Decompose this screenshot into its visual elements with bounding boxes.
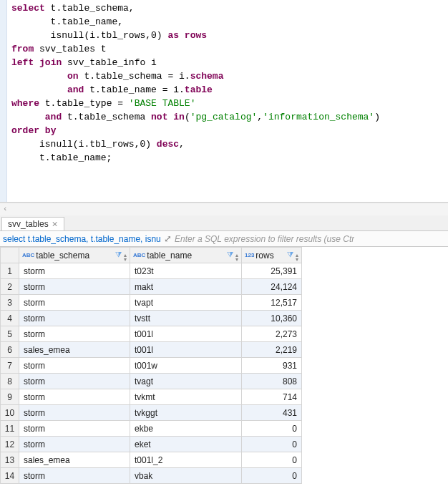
cell-table-name[interactable]: ekbe	[130, 421, 242, 437]
cell-table-schema[interactable]: storm	[19, 421, 130, 437]
table-row[interactable]: 11stormekbe0	[1, 421, 302, 437]
sort-icon[interactable]: ▴▾	[296, 253, 298, 261]
cell-table-name[interactable]: eket	[130, 437, 242, 452]
results-grid: ABC table_schema ⧩ ▴▾ ABC table_name	[0, 247, 302, 484]
cell-table-schema[interactable]: storm	[19, 311, 130, 326]
table-row[interactable]: 8stormtvagt808	[1, 374, 302, 389]
cell-table-name[interactable]: t001w	[130, 358, 242, 374]
cell-table-schema[interactable]: storm	[19, 437, 130, 452]
cell-rows[interactable]: 10,360	[242, 311, 302, 326]
funnel-icon[interactable]: ⧩	[115, 250, 122, 258]
funnel-icon[interactable]: ⧩	[287, 250, 293, 258]
cell-table-name[interactable]: makt	[130, 279, 242, 295]
cell-rows[interactable]: 2,273	[242, 326, 302, 342]
cell-table-schema[interactable]: storm	[19, 279, 130, 295]
row-number-cell[interactable]: 14	[1, 468, 19, 484]
funnel-icon[interactable]: ⧩	[227, 250, 233, 258]
cell-table-name[interactable]: t001l_2	[130, 452, 242, 468]
row-number-cell[interactable]: 1	[1, 263, 19, 279]
cell-rows[interactable]: 24,124	[242, 279, 302, 295]
row-number-cell[interactable]: 12	[1, 437, 19, 452]
table-row[interactable]: 14stormvbak0	[1, 468, 302, 484]
table-row[interactable]: 6sales_emeat001l2,219	[1, 342, 302, 358]
cell-rows[interactable]: 2,219	[242, 342, 302, 358]
filter-sql-preview[interactable]: select t.table_schema, t.table_name, isn…	[0, 234, 161, 244]
type-badge-text-icon: ABC	[22, 253, 34, 258]
column-header-table-name[interactable]: ABC table_name ⧩ ▴▾	[130, 248, 242, 263]
column-header-table-schema[interactable]: ABC table_schema ⧩ ▴▾	[19, 248, 130, 263]
results-tab[interactable]: svv_tables ⨯	[1, 217, 64, 230]
table-row[interactable]: 10stormtvkggt431	[1, 405, 302, 421]
cell-rows[interactable]: 0	[242, 452, 302, 468]
row-number-cell[interactable]: 2	[1, 279, 19, 295]
cell-table-name[interactable]: vbak	[130, 468, 242, 484]
editor-gutter	[0, 0, 7, 202]
table-row[interactable]: 1stormt023t25,391	[1, 263, 302, 279]
column-label: table_schema	[36, 251, 89, 261]
cell-table-schema[interactable]: storm	[19, 358, 130, 374]
cell-table-schema[interactable]: storm	[19, 389, 130, 405]
table-row[interactable]: 9stormtvkmt714	[1, 389, 302, 405]
table-row[interactable]: 4stormtvstt10,360	[1, 311, 302, 326]
cell-table-schema[interactable]: sales_emea	[19, 342, 130, 358]
row-number-cell[interactable]: 11	[1, 421, 19, 437]
row-number-cell[interactable]: 8	[1, 374, 19, 389]
cell-table-schema[interactable]: storm	[19, 295, 130, 311]
row-number-cell[interactable]: 13	[1, 452, 19, 468]
row-number-header[interactable]	[1, 248, 19, 263]
cell-table-name[interactable]: tvapt	[130, 295, 242, 311]
column-label: table_name	[147, 251, 192, 261]
table-row[interactable]: 2stormmakt24,124	[1, 279, 302, 295]
sql-editor-pane: select t.table_schema, t.table_name, isn…	[0, 0, 448, 203]
column-header-rows[interactable]: 123 rows ⧩ ▴▾	[242, 248, 302, 263]
cell-rows[interactable]: 0	[242, 468, 302, 484]
table-row[interactable]: 7stormt001w931	[1, 358, 302, 374]
cell-table-name[interactable]: t023t	[130, 263, 242, 279]
close-icon[interactable]: ⨯	[52, 220, 58, 229]
cell-table-schema[interactable]: storm	[19, 326, 130, 342]
row-number-cell[interactable]: 5	[1, 326, 19, 342]
cell-table-name[interactable]: t001l	[130, 326, 242, 342]
sort-icon[interactable]: ▴▾	[124, 253, 127, 261]
table-row[interactable]: 3stormtvapt12,517	[1, 295, 302, 311]
scroll-left-icon[interactable]: ‹	[3, 205, 8, 213]
cell-rows[interactable]: 25,391	[242, 263, 302, 279]
cell-table-name[interactable]: tvstt	[130, 311, 242, 326]
results-filter-bar: select t.table_schema, t.table_name, isn…	[0, 231, 448, 247]
sql-editor[interactable]: select t.table_schema, t.table_name, isn…	[7, 0, 448, 202]
row-number-cell[interactable]: 10	[1, 405, 19, 421]
cell-table-schema[interactable]: storm	[19, 374, 130, 389]
cell-rows[interactable]: 931	[242, 358, 302, 374]
expand-icon[interactable]: ⤢	[164, 233, 172, 244]
type-badge-number-icon: 123	[245, 253, 254, 258]
filter-input[interactable]: Enter a SQL expression to filter results…	[175, 234, 354, 244]
row-number-cell[interactable]: 7	[1, 358, 19, 374]
cell-table-name[interactable]: tvagt	[130, 374, 242, 389]
type-badge-text-icon: ABC	[133, 253, 145, 258]
cell-table-schema[interactable]: storm	[19, 468, 130, 484]
sort-icon[interactable]: ▴▾	[235, 253, 238, 261]
table-row[interactable]: 13sales_emeat001l_20	[1, 452, 302, 468]
editor-horizontal-scrollbar[interactable]: ‹	[0, 203, 448, 215]
results-tab-bar: svv_tables ⨯	[0, 215, 448, 231]
row-number-cell[interactable]: 9	[1, 389, 19, 405]
cell-table-schema[interactable]: storm	[19, 263, 130, 279]
cell-table-name[interactable]: t001l	[130, 342, 242, 358]
cell-rows[interactable]: 0	[242, 421, 302, 437]
row-number-cell[interactable]: 6	[1, 342, 19, 358]
cell-table-name[interactable]: tvkmt	[130, 389, 242, 405]
row-number-cell[interactable]: 4	[1, 311, 19, 326]
column-label: rows	[255, 251, 273, 261]
cell-rows[interactable]: 431	[242, 405, 302, 421]
table-row[interactable]: 12stormeket0	[1, 437, 302, 452]
cell-table-name[interactable]: tvkggt	[130, 405, 242, 421]
table-row[interactable]: 5stormt001l2,273	[1, 326, 302, 342]
row-number-cell[interactable]: 3	[1, 295, 19, 311]
cell-rows[interactable]: 808	[242, 374, 302, 389]
results-tab-label: svv_tables	[8, 219, 49, 229]
cell-table-schema[interactable]: storm	[19, 405, 130, 421]
cell-table-schema[interactable]: sales_emea	[19, 452, 130, 468]
cell-rows[interactable]: 714	[242, 389, 302, 405]
cell-rows[interactable]: 0	[242, 437, 302, 452]
cell-rows[interactable]: 12,517	[242, 295, 302, 311]
